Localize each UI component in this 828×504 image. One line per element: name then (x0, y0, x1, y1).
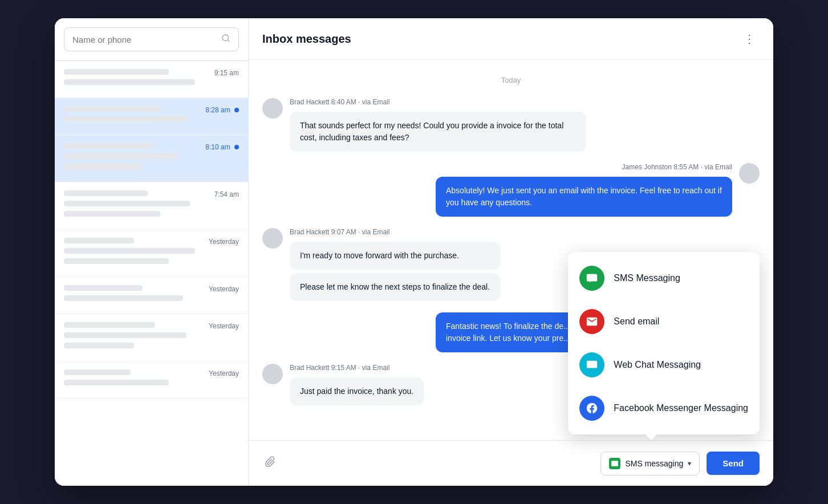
line (64, 238, 134, 243)
dropdown-item-email[interactable]: Send email (568, 300, 760, 343)
attach-button[interactable] (262, 454, 278, 473)
main-panel: Inbox messages ⋮ Today Brad Hackett 8:40… (249, 18, 773, 486)
message-group: Brad Hackett 8:40 AM · via Email That so… (290, 98, 586, 152)
facebook-icon (579, 396, 604, 421)
svg-rect-2 (612, 461, 619, 466)
line (64, 153, 178, 159)
line (64, 258, 169, 264)
line (64, 322, 155, 328)
dropdown-item-label: SMS Messaging (614, 273, 680, 283)
message-meta: Brad Hackett 9:15 AM · via Email (290, 364, 424, 372)
channel-dropdown-menu: SMS Messaging Send email (568, 252, 760, 434)
email-icon (579, 309, 604, 334)
message-bubble: Just paid the invoice, thank you. (290, 377, 424, 405)
list-item[interactable]: Yesterday (55, 277, 248, 314)
item-time: 8:28 am (205, 106, 239, 114)
svg-point-0 (222, 35, 229, 41)
item-time: Yesterday (209, 238, 239, 246)
message-bubble: Absolutely! We just sent you an email wi… (436, 177, 732, 217)
line (64, 143, 152, 149)
avatar (262, 364, 283, 384)
date-divider: Today (262, 76, 760, 84)
search-icon (221, 34, 230, 45)
list-item[interactable]: Yesterday (55, 230, 248, 277)
item-time: Yesterday (209, 322, 239, 330)
dropdown-item-label: Facebook Messenger Messaging (614, 403, 748, 413)
line (64, 369, 131, 375)
app-container: 9:15 am 8:28 am 8:10 am 7:54 am (55, 18, 773, 486)
more-button[interactable]: ⋮ (739, 30, 760, 48)
line (64, 295, 183, 301)
message-group: Brad Hackett 9:15 AM · via Email Just pa… (290, 364, 424, 405)
line (64, 106, 160, 112)
channel-label: SMS messaging (625, 459, 683, 468)
sms-channel-icon (609, 458, 620, 469)
channel-selector[interactable]: SMS messaging ▾ (600, 452, 700, 475)
item-time: 7:54 am (214, 190, 239, 198)
sidebar-search (55, 18, 248, 61)
sidebar-list: 9:15 am 8:28 am 8:10 am 7:54 am (55, 61, 248, 486)
message-group: Brad Hackett 9:07 AM · via Email I'm rea… (290, 228, 500, 301)
list-item[interactable]: 7:54 am (55, 182, 248, 230)
item-time: 8:10 am (205, 143, 239, 151)
list-item[interactable]: 9:15 am (55, 61, 248, 98)
compose-area: SMS messaging ▾ Send (249, 440, 773, 486)
avatar (262, 228, 283, 249)
line (64, 190, 148, 196)
dropdown-item-label: Web Chat Messaging (614, 360, 701, 370)
message-bubble: That sounds perfect for my needs! Could … (290, 112, 586, 152)
avatar (739, 163, 760, 184)
dropdown-item-webchat[interactable]: Web Chat Messaging (568, 343, 760, 387)
line (64, 69, 169, 75)
sidebar: 9:15 am 8:28 am 8:10 am 7:54 am (55, 18, 249, 486)
line (64, 332, 186, 338)
line (64, 79, 195, 85)
line (64, 380, 169, 385)
avatar (262, 98, 283, 119)
message-group: James Johnston 8:55 AM · via Email Absol… (436, 163, 732, 217)
item-time: Yesterday (209, 285, 239, 293)
message-meta: Brad Hackett 8:40 AM · via Email (290, 98, 586, 106)
line (64, 285, 143, 291)
search-input[interactable] (72, 35, 217, 44)
list-item[interactable]: Yesterday (55, 314, 248, 361)
message-row: Brad Hackett 8:40 AM · via Email That so… (262, 98, 760, 152)
dropdown-item-label: Send email (614, 316, 659, 327)
line (64, 116, 186, 122)
page-title: Inbox messages (262, 32, 351, 46)
dropdown-item-sms[interactable]: SMS Messaging (568, 257, 760, 300)
line (64, 248, 195, 254)
svg-line-1 (228, 40, 229, 42)
list-item[interactable]: Yesterday (55, 361, 248, 399)
chevron-down-icon: ▾ (688, 460, 691, 468)
dropdown-item-facebook[interactable]: Facebook Messenger Messaging (568, 387, 760, 430)
message-meta: James Johnston 8:55 AM · via Email (436, 163, 732, 171)
list-item[interactable]: 8:28 am (55, 98, 248, 135)
message-bubble: I'm ready to move forward with the purch… (290, 242, 500, 270)
search-box (64, 27, 239, 51)
message-meta: Brad Hackett 9:07 AM · via Email (290, 228, 500, 236)
list-item[interactable]: 8:10 am (55, 135, 248, 182)
send-button[interactable]: Send (707, 452, 760, 475)
message-bubble: Please let me know the next steps to fin… (290, 273, 500, 301)
line (64, 343, 134, 348)
line (64, 201, 190, 206)
main-header: Inbox messages ⋮ (249, 18, 773, 60)
webchat-icon (579, 352, 604, 377)
item-time: Yesterday (209, 369, 239, 377)
line (64, 211, 160, 217)
message-row: James Johnston 8:55 AM · via Email Absol… (262, 163, 760, 217)
sms-icon (579, 266, 604, 291)
line (64, 164, 143, 169)
item-time: 9:15 am (214, 69, 239, 77)
